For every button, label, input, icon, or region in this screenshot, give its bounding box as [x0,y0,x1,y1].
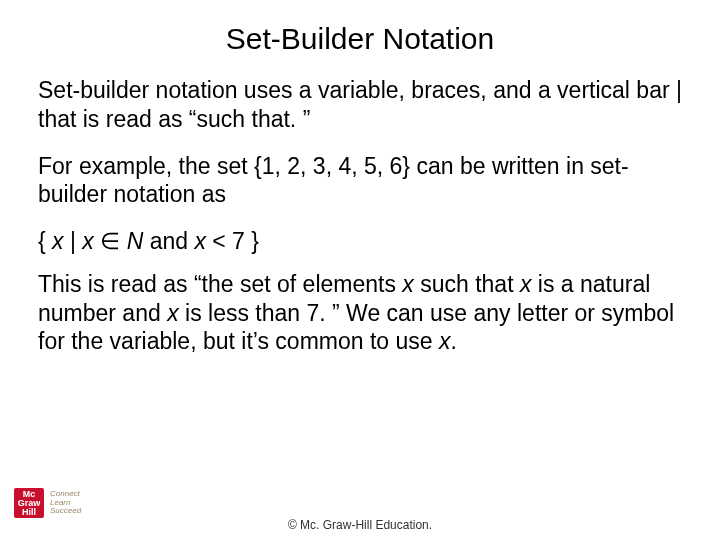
copyright-text: © Mc. Graw-Hill Education. [0,518,720,532]
paragraph-intro: Set-builder notation uses a variable, br… [38,76,682,134]
paragraph-example-lead: For example, the set {1, 2, 3, 4, 5, 6} … [38,152,682,210]
var-x-3: x [194,228,206,254]
slide-body: Set-builder notation uses a variable, br… [0,76,720,356]
text-i: . [451,328,457,354]
var-x-b: x [520,271,532,297]
slide: Set-Builder Notation Set-builder notatio… [0,0,720,540]
set-N: N [127,228,144,254]
var-x-c: x [167,300,179,326]
logo-line3: Hill [22,508,36,517]
logo-tagline: Connect Learn Succeed [50,490,81,515]
vertical-bar: | [64,228,83,254]
element-of-symbol: ∈ [94,228,127,254]
brace-open: { [38,228,52,254]
paragraph-explanation: This is read as “the set of elements x s… [38,270,682,356]
var-x-a: x [402,271,414,297]
var-x-1: x [52,228,64,254]
and-text: and [143,228,194,254]
text-c: such that [414,271,520,297]
var-x-d: x [439,328,451,354]
lt-close: < 7 } [206,228,259,254]
tag-succeed: Succeed [50,507,81,515]
set-builder-formula: { x | x ∈ N and x < 7 } [38,227,682,256]
publisher-logo: Mc Graw Hill Connect Learn Succeed [14,488,81,518]
logo-mark: Mc Graw Hill [14,488,44,518]
var-x-2: x [82,228,94,254]
slide-title: Set-Builder Notation [0,0,720,66]
text-a: This is read as “the set of elements [38,271,402,297]
